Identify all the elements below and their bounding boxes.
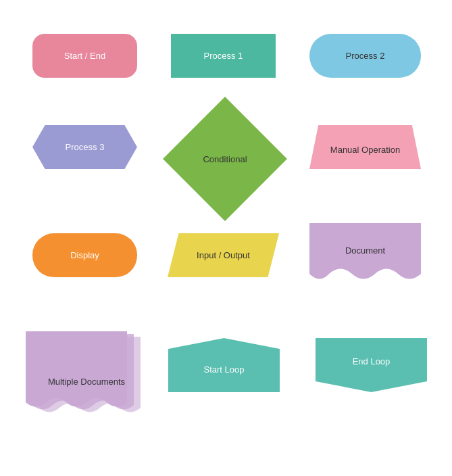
display-shape[interactable]: Display — [32, 233, 137, 277]
start-end-label: Start / End — [64, 51, 105, 61]
end-loop-shape[interactable]: End Loop — [316, 338, 427, 392]
process2-shape[interactable]: Process 2 — [309, 34, 421, 78]
process3-label: Process 3 — [66, 142, 105, 152]
start-end-shape[interactable]: Start / End — [32, 34, 137, 78]
process1-label: Process 1 — [204, 51, 243, 61]
start-loop-label: Start Loop — [204, 364, 245, 375]
multi-doc-shape[interactable]: Multiple Documents — [26, 331, 147, 426]
multi-doc-label: Multiple Documents — [26, 377, 147, 387]
input-output-label: Input / Output — [197, 250, 250, 260]
canvas: Start / End Process 1 Process 2 Process … — [0, 0, 452, 476]
process3-shape[interactable]: Process 3 — [32, 125, 137, 169]
process2-label: Process 2 — [346, 51, 385, 61]
document-shape[interactable]: Document — [309, 223, 421, 287]
document-label: Document — [309, 245, 421, 256]
conditional-shape[interactable]: Conditional — [171, 105, 279, 213]
process1-shape[interactable]: Process 1 — [171, 34, 276, 78]
manual-op-label: Manual Operation — [330, 145, 400, 155]
manual-op-shape[interactable]: Manual Operation — [309, 125, 421, 169]
start-loop-shape[interactable]: Start Loop — [168, 338, 280, 392]
end-loop-label: End Loop — [353, 356, 391, 366]
display-label: Display — [70, 250, 99, 260]
input-output-shape[interactable]: Input / Output — [168, 233, 279, 277]
conditional-label: Conditional — [171, 154, 279, 164]
